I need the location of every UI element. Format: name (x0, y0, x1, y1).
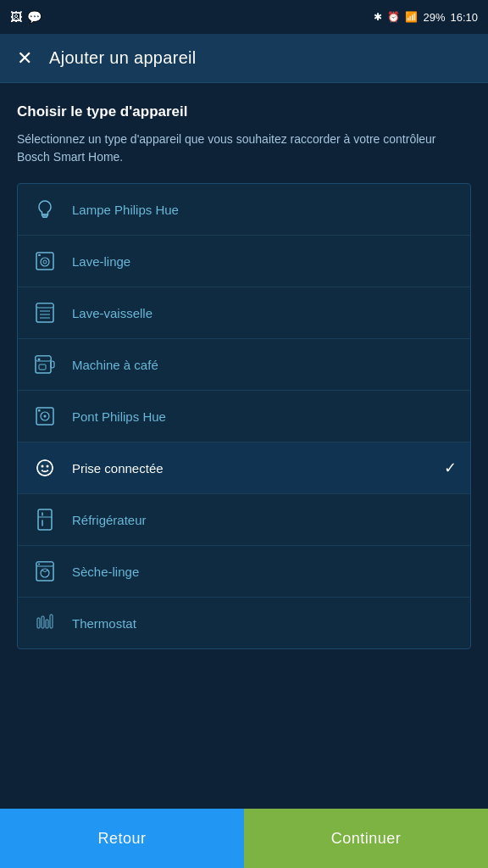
header-title: Ajouter un appareil (49, 48, 197, 68)
list-item[interactable]: Lave-linge (18, 236, 470, 287)
bridge-icon (31, 403, 58, 430)
list-item-label: Prise connectée (72, 461, 444, 476)
section-title: Choisir le type d'appareil (17, 103, 471, 120)
checkmark-icon: ✓ (444, 459, 457, 477)
list-item[interactable]: Sèche-linge (18, 546, 470, 598)
svg-point-34 (41, 569, 49, 577)
alarm-icon: ⏰ (387, 11, 400, 23)
status-bar-left-icons: 🖼 💬 (10, 10, 369, 24)
thermostat-icon (31, 609, 58, 637)
fridge-icon (31, 506, 58, 533)
list-item[interactable]: Lampe Philips Hue (18, 184, 470, 236)
status-bar: 🖼 💬 ✱ ⏰ 📶 29% 16:10 (0, 0, 488, 34)
list-item-label: Lave-linge (72, 254, 457, 269)
coffee-machine-icon (31, 351, 58, 378)
dryer-icon (31, 558, 58, 585)
svg-point-15 (38, 359, 41, 361)
svg-point-18 (44, 415, 47, 418)
dishwasher-icon (31, 299, 58, 326)
message-icon: 💬 (27, 10, 42, 24)
battery-text: 29% (423, 11, 445, 24)
continuer-button[interactable]: Continuer (244, 809, 488, 868)
svg-rect-1 (43, 216, 47, 218)
svg-rect-13 (51, 361, 54, 368)
wifi-icon: 📶 (405, 11, 418, 23)
list-item-selected[interactable]: Prise connectée ✓ (18, 442, 470, 494)
svg-rect-28 (38, 509, 52, 530)
list-item-label: Sèche-linge (72, 565, 457, 579)
content-area: Choisir le type d'appareil Sélectionnez … (0, 83, 488, 663)
device-list: Lampe Philips Hue Lave-linge (17, 183, 471, 649)
list-item-label: Thermostat (72, 616, 457, 631)
bulb-icon (31, 196, 58, 223)
washer-icon (31, 248, 58, 275)
list-item[interactable]: Thermostat (18, 598, 470, 648)
svg-point-24 (47, 465, 49, 468)
svg-rect-39 (50, 615, 53, 628)
photo-icon: 🖼 (10, 10, 22, 24)
section-desc: Sélectionnez un type d'appareil que vous… (17, 131, 471, 166)
close-button[interactable]: ✕ (17, 47, 32, 70)
bluetooth-icon: ✱ (374, 11, 382, 23)
status-icons-right: ✱ ⏰ 📶 29% 16:10 (374, 11, 478, 24)
svg-rect-36 (37, 618, 40, 628)
list-item[interactable]: Machine à café (18, 339, 470, 391)
svg-rect-38 (46, 620, 48, 628)
list-item[interactable]: Réfrigérateur (18, 494, 470, 546)
list-item[interactable]: Lave-vaisselle (18, 287, 470, 339)
list-item-label: Réfrigérateur (72, 513, 457, 527)
svg-rect-12 (36, 356, 51, 361)
svg-rect-7 (36, 303, 53, 308)
header: ✕ Ajouter un appareil (0, 34, 488, 83)
svg-rect-19 (38, 409, 41, 412)
svg-rect-5 (38, 254, 41, 256)
svg-point-3 (41, 258, 49, 266)
list-item-label: Lampe Philips Hue (72, 203, 457, 217)
svg-point-35 (38, 564, 40, 565)
list-item-label: Lave-vaisselle (72, 306, 457, 320)
plug-icon (31, 454, 58, 481)
svg-rect-37 (42, 616, 44, 628)
bottom-buttons: Retour Continuer (0, 809, 488, 868)
svg-rect-14 (39, 364, 46, 370)
svg-point-23 (42, 465, 44, 468)
list-item[interactable]: Pont Philips Hue (18, 391, 470, 442)
svg-point-4 (43, 260, 47, 264)
retour-button[interactable]: Retour (0, 809, 244, 868)
list-item-label: Pont Philips Hue (72, 409, 457, 424)
list-item-label: Machine à café (72, 358, 457, 372)
time-text: 16:10 (450, 11, 478, 24)
